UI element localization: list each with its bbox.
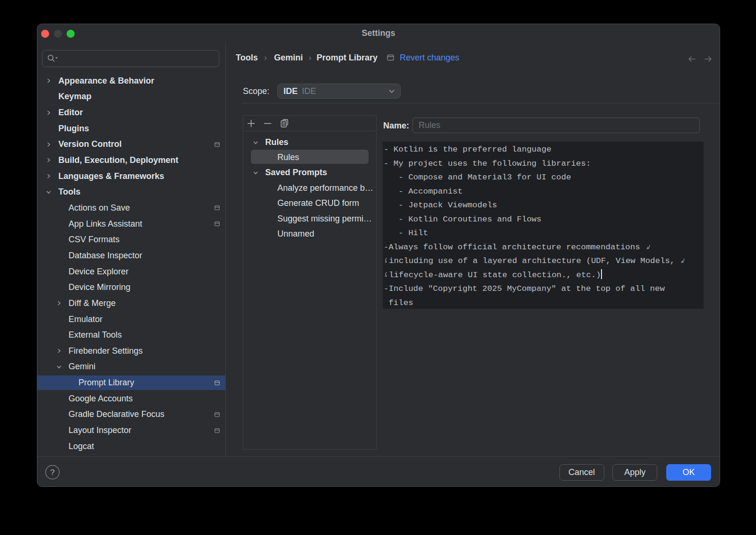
svg-text:?: ? xyxy=(50,468,54,477)
